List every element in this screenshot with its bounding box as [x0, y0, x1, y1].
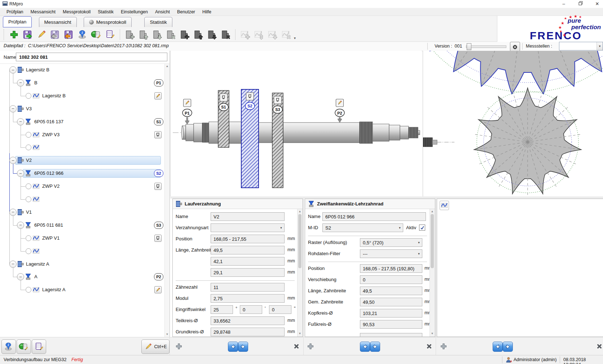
measurement-protocol-button[interactable] [17, 339, 31, 354]
angle-input[interactable]: 25 [211, 305, 233, 314]
menu-messprotokoll[interactable]: Messprotokoll [59, 9, 94, 15]
evaluation-prev-button[interactable] [493, 342, 503, 352]
tree-radio[interactable] [26, 145, 31, 150]
tree-item-b[interactable]: B [34, 80, 38, 85]
form-scrollbar[interactable]: ▲ ▼ [297, 209, 303, 337]
input-fußkreis-[interactable]: 90,53 [360, 320, 422, 329]
import-button[interactable] [62, 28, 75, 41]
tree-expander[interactable]: − [9, 105, 17, 112]
save-button[interactable] [21, 28, 34, 41]
gear-move-down-button[interactable] [150, 28, 163, 41]
tree-item-lagersitz-b[interactable]: Lagersitz B [26, 67, 49, 72]
scroll-down-icon[interactable]: ▼ [166, 333, 169, 336]
input-kopfkreis-[interactable]: 103,21 [360, 309, 422, 318]
scroll-up-icon[interactable]: ▲ [166, 65, 169, 68]
close-button[interactable]: ✕ [592, 1, 603, 7]
input-42-1[interactable]: 42,1 [211, 257, 285, 266]
scroll-down-icon[interactable]: ▼ [431, 332, 434, 335]
dropdown-rohdaten-filter[interactable]: ---▾ [360, 249, 422, 258]
laufverzahnung-close-button[interactable] [292, 342, 301, 351]
tree-expander[interactable]: − [17, 273, 24, 280]
tree-item-v2[interactable]: V2 [26, 157, 32, 163]
menu-hilfe[interactable]: Hilfe [199, 9, 215, 15]
tree-item-zwp-v3[interactable]: ZWP V3 [42, 132, 60, 137]
tree-expander[interactable]: − [17, 222, 24, 229]
gauge-add-button[interactable] [178, 28, 191, 41]
probe-badge[interactable] [154, 235, 162, 242]
menu-ansicht[interactable]: Ansicht [151, 9, 173, 15]
tree-radio[interactable] [26, 93, 31, 99]
scroll-up-icon[interactable]: ▲ [298, 210, 302, 213]
tree-item-zwp-v2[interactable]: ZWP V2 [42, 183, 60, 189]
tree-item-lagersitz-a[interactable]: Lagersitz A [26, 261, 49, 267]
tree-radio[interactable] [26, 235, 31, 241]
angle-input[interactable]: 0 [240, 305, 262, 314]
tree-item-v3[interactable]: V3 [26, 106, 32, 111]
part-name-input[interactable]: 1082 302 081 [16, 53, 167, 61]
tree-item-a[interactable]: A [34, 274, 38, 279]
version-slider[interactable] [466, 45, 506, 48]
maximize-button[interactable] [575, 1, 586, 7]
add-button[interactable] [8, 28, 21, 41]
scroll-down-icon[interactable]: ▼ [298, 332, 302, 335]
minimize-button[interactable]: – [558, 1, 569, 7]
input-länge-zahnbreite[interactable]: 49,5 [211, 246, 285, 254]
evaluation-add-button[interactable] [439, 342, 448, 351]
input-grundkreis-[interactable]: 29,8748 [211, 328, 285, 336]
tree-radio[interactable] [26, 183, 31, 189]
tree-scrollbar[interactable]: ▲ ▼ [164, 64, 170, 337]
lehrzahnrad-prev-button[interactable] [360, 342, 370, 352]
probe-badge[interactable] [154, 131, 162, 138]
tab-messprotokoll[interactable]: Messprotokoll [84, 17, 132, 27]
tree-item-v1[interactable]: V1 [26, 209, 32, 215]
laufverzahnung-next-button[interactable] [238, 342, 248, 352]
dropdown-m-id[interactable]: S2▾ [322, 223, 403, 232]
tree-item-lagersitz-a[interactable]: Lagersitz A [42, 287, 65, 292]
tree-radio[interactable] [26, 196, 31, 202]
probe-badge[interactable] [154, 183, 162, 190]
measure-id-badge-s1[interactable]: S1 [154, 118, 163, 125]
lehrzahnrad-close-button[interactable] [425, 342, 433, 351]
input-zähnezahl[interactable]: 11 [211, 283, 285, 292]
gear-move-up-button[interactable] [137, 28, 150, 41]
toolbar-overflow-icon[interactable]: ▾ [294, 36, 296, 41]
evaluation-close-button[interactable] [595, 342, 603, 351]
tree-item-lagersitz-b[interactable]: Lagersitz B [42, 93, 66, 98]
edit-badge[interactable] [154, 92, 162, 99]
input-teilkreis-[interactable]: 33,6562 [211, 316, 285, 325]
dropdown-verzahnungsart[interactable]: ▾ [211, 223, 285, 232]
input-name[interactable]: 6P05 012 966 [322, 212, 426, 221]
chevron-down-icon[interactable]: ▾ [397, 224, 403, 232]
chevron-down-icon[interactable]: ▾ [416, 239, 422, 247]
info-protocol-button[interactable]: i [1, 339, 16, 354]
tree-item-6p05-011-681[interactable]: 6P05 011 681 [34, 222, 63, 228]
input-gem-zahnbreite[interactable]: 49,50 [360, 298, 422, 306]
menu-messansicht[interactable]: Messansicht [27, 9, 59, 15]
gear-add-button[interactable] [123, 28, 136, 41]
edit-button[interactable] [35, 28, 48, 41]
scroll-thumb[interactable] [431, 214, 434, 268]
measure-id-badge-p1[interactable]: P1 [154, 79, 163, 86]
tree-expander[interactable]: − [9, 261, 17, 268]
tree-expander[interactable]: − [9, 209, 17, 216]
tree-radio[interactable] [26, 287, 31, 293]
form-scrollbar[interactable]: ▲ ▼ [430, 209, 435, 337]
input-verschiebung[interactable]: 0 [360, 275, 422, 284]
edit-shortcut-button[interactable]: Ctrl+E [141, 339, 170, 354]
edit-protocol-button[interactable] [32, 339, 46, 354]
edit-protocol-button[interactable] [104, 28, 116, 41]
tree-item-zwp-v1[interactable]: ZWP V1 [42, 235, 60, 241]
menu-statistik[interactable]: Statistik [94, 9, 117, 15]
edit-badge[interactable] [154, 286, 162, 293]
aktiv-checkbox[interactable] [419, 225, 425, 231]
tree-expander[interactable]: − [9, 66, 17, 74]
input-name[interactable]: V2 [211, 212, 285, 221]
input-länge-zahnbreite[interactable]: 49,5 [360, 287, 422, 295]
gauge-move-down-button[interactable] [205, 28, 218, 41]
version-slider-thumb[interactable] [467, 43, 471, 50]
tree-radio[interactable] [26, 248, 31, 254]
gauge-move-up-button[interactable] [192, 28, 204, 41]
menu-prüfplan[interactable]: Prüfplan [3, 9, 27, 15]
measure-id-badge-p2[interactable]: P2 [154, 273, 163, 280]
info-protocol-button[interactable]: i [76, 28, 89, 41]
